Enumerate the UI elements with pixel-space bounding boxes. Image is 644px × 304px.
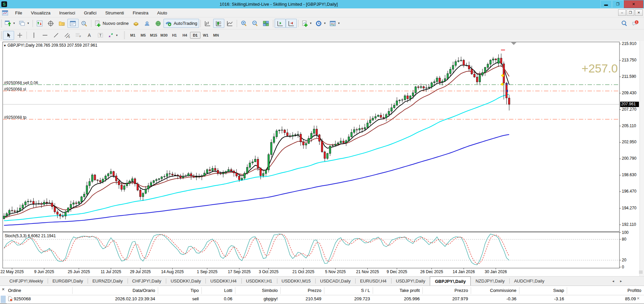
profiles-button[interactable]: ▼ [17,19,31,28]
menu-inserisci[interactable]: Inserisci [55,9,80,17]
bar-chart-mode-button[interactable] [202,19,213,28]
mdi-close-button[interactable]: ✕ [635,9,643,16]
text-tool-button[interactable]: A [84,31,95,40]
candlestick-mode-button[interactable] [213,19,224,28]
arrows-tool-button[interactable]: ▼ [106,31,120,40]
autotrading-button[interactable]: AutoTrading [164,19,199,28]
chart-tab-eurgbp-daily[interactable]: EURGBP!,Daily [48,276,88,286]
timeframe-h4-button[interactable]: H4 [180,32,190,39]
community-button[interactable] [141,19,152,28]
zoom-in-button[interactable] [238,19,249,28]
menu-strumenti[interactable]: Strumenti [101,9,129,17]
chart-tab-usddkk-h4[interactable]: USDDKK!,H4 [205,276,241,286]
data-window-button[interactable] [45,19,56,28]
restore-button[interactable]: ❐ [612,0,624,8]
trade-sl-line-label[interactable]: #9250068 sl [4,87,26,92]
trade-sell-line-label[interactable]: #9250068 sell 0.06 [4,81,38,85]
timeframe-m5-button[interactable]: M5 [138,32,148,39]
fibonacci-tool-button[interactable]: F [73,31,84,40]
zoom-out-button[interactable] [249,19,261,28]
chart-tab-usddkk-daily[interactable]: USDDKK!,Daily [166,276,205,286]
column-header[interactable]: Profitto [568,288,641,293]
column-header[interactable]: Commissione [472,288,516,293]
dropdown-caret-icon[interactable]: ▼ [310,22,312,25]
line-chart-mode-button[interactable] [224,19,235,28]
close-button[interactable]: ✕ [624,0,643,8]
dropdown-caret-icon[interactable]: ▼ [27,22,30,25]
chart-tab-gbpjpy-daily[interactable]: GBPJPY!,Daily [430,276,471,286]
tile-windows-button[interactable] [261,19,272,28]
market-watch-button[interactable] [34,19,45,28]
stoch-axis-label: 100 [622,230,629,235]
strategy-tester-button[interactable] [79,19,90,28]
chart-tab-usddkk-m15[interactable]: USDDKK!,M15 [277,276,316,286]
tab-scroll-arrows[interactable]: ◄ ► [612,280,625,283]
terminal-button[interactable] [67,19,79,28]
date-axis-label: 14 Aug 2025 [161,269,184,274]
dropdown-caret-icon[interactable]: ▼ [116,34,118,37]
svg-text:T: T [99,33,101,37]
column-header[interactable]: Ordine [8,288,70,293]
column-header[interactable]: Take profit [374,288,420,293]
chart-tab-usddkk-h1[interactable]: USDDKK!,H1 [241,276,277,286]
timeframe-w1-button[interactable]: W1 [200,32,211,39]
chart-tab-usdjpy-daily[interactable]: USDJPY!,Daily [391,276,430,286]
column-header[interactable]: Prezzo [424,288,468,293]
chart-area[interactable]: ▼ GBPJPY!,Daily 208.765 209.553 207.559 … [0,41,644,276]
navigator-button[interactable] [56,19,67,28]
periods-button[interactable]: ▼ [314,19,328,28]
chart-tab-audchf-daily[interactable]: AUDCHF!,Daily [509,276,549,286]
dropdown-caret-icon[interactable]: ▼ [337,22,340,25]
timeframe-mn-button[interactable]: MN [211,32,221,39]
new-order-button[interactable]: Nuovo ordine [93,19,130,28]
chart-shift-button[interactable] [286,19,297,28]
column-header[interactable]: Simbolo [236,288,278,293]
menu-file[interactable]: File [11,9,27,17]
chart-tab-chfjpy-weekly[interactable]: CHFJPY!,Weekly [5,276,48,286]
new-chart-button[interactable]: ▼ [3,19,17,28]
menu-finestra[interactable]: Finestra [128,9,153,17]
channel-tool-button[interactable]: E [61,31,73,40]
timeframe-m30-button[interactable]: M30 [159,32,169,39]
search-icon[interactable] [618,19,630,28]
templates-button[interactable]: ▼ [328,19,342,28]
close-order-icon[interactable]: ✕ [637,296,640,301]
trade-tp-line-label[interactable]: #9250068 tp [4,115,27,120]
mdi-restore-button[interactable]: ❐ [627,9,634,16]
crosshair-tool-button[interactable] [14,31,25,40]
indicators-button[interactable]: ▼ [300,19,314,28]
timeframe-m15-button[interactable]: M15 [148,32,159,39]
timeframe-m1-button[interactable]: M1 [128,32,138,39]
column-header[interactable]: Prezzo [282,288,321,293]
column-header[interactable]: Tipo [159,288,199,293]
column-header[interactable]: Lotti [203,288,232,293]
menu-aiuto[interactable]: Aiuto [153,9,172,17]
chart-tab-nzdjpy-daily[interactable]: NZDJPY!,Daily [471,276,509,286]
column-header[interactable]: S / L [325,288,370,293]
trendline-tool-button[interactable] [50,31,61,40]
order-cell: 209.723 [325,296,370,301]
vertical-line-tool-button[interactable] [28,31,39,40]
horizontal-line-tool-button[interactable] [39,31,50,40]
timeframe-h1-button[interactable]: H1 [169,32,180,39]
connection-button[interactable] [152,19,164,28]
dropdown-caret-icon[interactable]: ▼ [13,22,15,25]
auto-scroll-button[interactable] [275,19,286,28]
expert-advisors-button[interactable] [130,19,141,28]
chart-tab-usdcad-daily[interactable]: USDCAD!,Daily [315,276,355,286]
column-header[interactable]: Data/Orario [74,288,155,293]
chart-tab-eurnzd-daily[interactable]: EURNZD!,Daily [88,276,127,286]
menu-visualizza[interactable]: Visualizza [27,9,55,17]
cursor-tool-button[interactable] [3,31,14,40]
column-header[interactable]: Swap [520,288,564,293]
label-tool-button[interactable]: T [95,31,106,40]
timeframe-d1-button[interactable]: D1 [190,32,200,39]
mdi-minimize-button[interactable]: – [618,9,626,16]
chart-tab-eurusd-h4[interactable]: EURUSD!,H4 [355,276,391,286]
minimize-button[interactable]: ▬ [600,0,612,8]
chart-tab-chfjpy-daily[interactable]: CHFJPY!,Daily [128,276,166,286]
menu-grafici[interactable]: Grafici [80,9,101,17]
dropdown-caret-icon[interactable]: ▼ [323,22,326,25]
terminal-close-icon[interactable]: ✕ [2,287,5,292]
notifications-icon[interactable]: 1 [630,19,641,28]
